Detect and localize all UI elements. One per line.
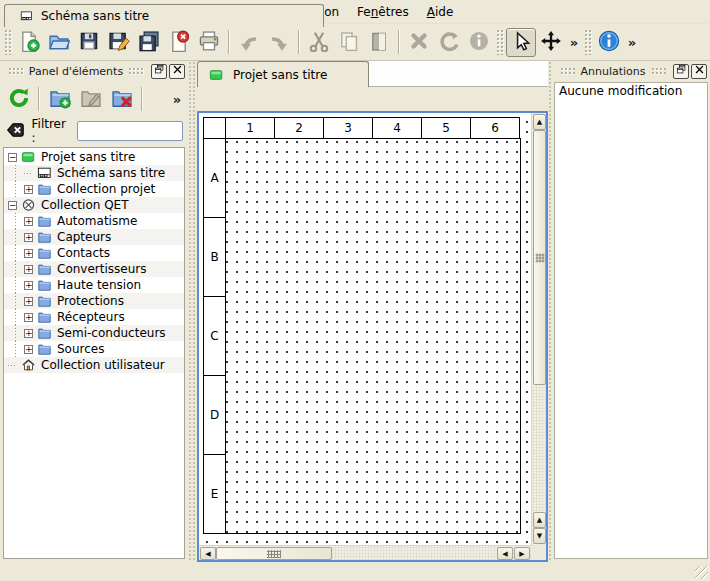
dock-grip[interactable] bbox=[128, 67, 144, 75]
about-info-button[interactable] bbox=[594, 28, 624, 57]
tree-item-haute-tension[interactable]: +Haute tension bbox=[4, 277, 184, 293]
close-document-button[interactable] bbox=[164, 28, 194, 57]
tree-item-contacts[interactable]: +Contacts bbox=[4, 245, 184, 261]
elements-panel: Panel d'éléments » Filtrer : −Projet san… bbox=[0, 61, 188, 562]
copy-button[interactable] bbox=[334, 28, 364, 57]
save-button[interactable] bbox=[74, 28, 104, 57]
scroll-left-button[interactable]: ◀ bbox=[200, 547, 216, 560]
folder-icon bbox=[37, 262, 52, 276]
delete-category-button[interactable] bbox=[106, 84, 137, 115]
dock-grip[interactable] bbox=[8, 67, 24, 75]
new-category-button[interactable] bbox=[44, 84, 75, 115]
move-mode-button[interactable] bbox=[536, 28, 566, 57]
undo-panel-titlebar[interactable]: Annulations bbox=[552, 61, 710, 81]
dock-grip[interactable] bbox=[560, 67, 575, 75]
new-document-icon bbox=[18, 30, 40, 55]
tree-expander[interactable]: + bbox=[24, 249, 33, 258]
vertical-scrollbar[interactable]: ▲ ▲ ▼ bbox=[531, 113, 546, 545]
toolbar-handle[interactable] bbox=[496, 29, 504, 55]
tree-item-projet-sans-titre[interactable]: −Projet sans titre bbox=[4, 149, 184, 165]
tree-expander[interactable]: + bbox=[24, 217, 33, 226]
toolbar-overflow-button[interactable]: » bbox=[624, 29, 640, 55]
reload-button[interactable] bbox=[3, 84, 34, 115]
vertical-scroll-thumb[interactable] bbox=[533, 130, 546, 385]
select-mode-icon bbox=[510, 30, 532, 55]
tree-expander[interactable]: + bbox=[24, 345, 33, 354]
rotate-button[interactable] bbox=[434, 28, 464, 57]
float-panel-button[interactable] bbox=[151, 64, 167, 79]
tree-item-collection-projet[interactable]: +Collection projet bbox=[4, 181, 184, 197]
float-panel-button[interactable] bbox=[673, 64, 689, 79]
clear-filter-button[interactable] bbox=[5, 121, 26, 141]
application-window: FichierÉditionProjetAffichageConfigurati… bbox=[0, 0, 710, 581]
tree-expander[interactable]: − bbox=[8, 153, 17, 162]
tree-expander[interactable]: + bbox=[24, 281, 33, 290]
tree-item-recepteurs[interactable]: +Récepteurs bbox=[4, 309, 184, 325]
undo-button[interactable] bbox=[234, 28, 264, 57]
close-panel-button[interactable] bbox=[169, 64, 185, 79]
ruler-row-label: B bbox=[203, 217, 226, 297]
left-splitter[interactable] bbox=[188, 61, 197, 562]
paste-button[interactable] bbox=[364, 28, 394, 57]
close-document-icon bbox=[168, 30, 190, 55]
save-all-button[interactable] bbox=[134, 28, 164, 57]
tree-item-sources[interactable]: +Sources bbox=[4, 341, 184, 357]
about-info-icon bbox=[598, 30, 620, 55]
tree-item-schema-sans-titre[interactable]: Schéma sans titre bbox=[4, 165, 184, 181]
tree-item-collection-qet[interactable]: −Collection QET bbox=[4, 197, 184, 213]
edit-category-button[interactable] bbox=[75, 84, 106, 115]
qet-icon bbox=[21, 198, 36, 212]
tree-expander[interactable]: + bbox=[24, 265, 33, 274]
tree-expander[interactable]: + bbox=[24, 329, 33, 338]
tree-expander[interactable]: − bbox=[8, 201, 17, 210]
select-mode-button[interactable] bbox=[506, 28, 536, 57]
print-button[interactable] bbox=[194, 28, 224, 57]
scroll-right-button[interactable]: ▶ bbox=[514, 547, 530, 560]
schema-drawing-area[interactable] bbox=[225, 138, 521, 534]
undo-list-item[interactable]: Aucune modification bbox=[555, 83, 707, 99]
tree-expander[interactable]: + bbox=[24, 313, 33, 322]
folder-icon bbox=[37, 182, 52, 196]
move-mode-icon bbox=[540, 30, 562, 55]
tree-item-label: Schéma sans titre bbox=[57, 166, 165, 180]
tab-schema[interactable]: Schéma sans titre bbox=[4, 4, 324, 27]
tree-item-automatisme[interactable]: +Automatisme bbox=[4, 213, 184, 229]
save-as-button[interactable] bbox=[104, 28, 134, 57]
scroll-up-button-2[interactable]: ▲ bbox=[533, 512, 546, 528]
elements-panel-titlebar[interactable]: Panel d'éléments bbox=[0, 61, 188, 81]
tree-item-convertisseurs[interactable]: +Convertisseurs bbox=[4, 261, 184, 277]
close-panel-button[interactable] bbox=[691, 64, 707, 79]
toolbar-overflow-button[interactable]: » bbox=[566, 29, 582, 55]
horizontal-scrollbar[interactable]: ◀ ◀ ▶ bbox=[199, 545, 531, 560]
dock-grip[interactable] bbox=[651, 67, 666, 75]
toolbar-overflow-button[interactable]: » bbox=[169, 86, 185, 112]
tab-project[interactable]: Projet sans titre bbox=[197, 61, 369, 87]
element-info-button[interactable] bbox=[464, 28, 494, 57]
toolbar-handle[interactable] bbox=[584, 29, 592, 55]
tree-connector bbox=[24, 165, 33, 181]
resize-grip[interactable] bbox=[695, 566, 708, 579]
tree-expander[interactable]: + bbox=[24, 185, 33, 194]
scroll-left-button-2[interactable]: ◀ bbox=[497, 547, 513, 560]
new-document-button[interactable] bbox=[14, 28, 44, 57]
open-document-button[interactable] bbox=[44, 28, 74, 57]
delete-button[interactable] bbox=[404, 28, 434, 57]
toolbar-handle[interactable] bbox=[4, 29, 12, 55]
tree-item-label: Projet sans titre bbox=[41, 150, 135, 164]
schema-canvas[interactable]: 123456 ABCDE bbox=[199, 113, 531, 545]
tree-item-capteurs[interactable]: +Capteurs bbox=[4, 229, 184, 245]
scroll-up-button[interactable]: ▲ bbox=[533, 114, 546, 130]
menu-fenetres[interactable]: Fenêtres bbox=[348, 0, 418, 23]
cut-button[interactable] bbox=[304, 28, 334, 57]
menu-aide[interactable]: Aide bbox=[418, 0, 463, 23]
filter-input[interactable] bbox=[77, 121, 183, 141]
tree-expander[interactable]: + bbox=[24, 233, 33, 242]
tree-item-semi-conducteurs[interactable]: +Semi-conducteurs bbox=[4, 325, 184, 341]
horizontal-scroll-thumb[interactable] bbox=[216, 547, 332, 560]
tree-item-protections[interactable]: +Protections bbox=[4, 293, 184, 309]
redo-button[interactable] bbox=[264, 28, 294, 57]
tree-expander[interactable]: + bbox=[24, 297, 33, 306]
scroll-down-button[interactable]: ▼ bbox=[533, 528, 546, 544]
project-folder-icon bbox=[208, 68, 225, 82]
tree-item-collection-utilisateur[interactable]: Collection utilisateur bbox=[4, 357, 184, 373]
